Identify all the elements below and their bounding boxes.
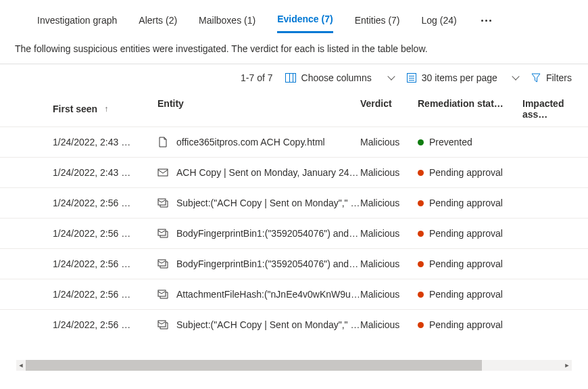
entity-text: Subject:("ACH Copy | Sent on Monday"," J… <box>176 198 360 208</box>
chevron-down-icon <box>512 76 519 80</box>
scroll-thumb[interactable] <box>26 360 482 371</box>
column-header-impacted[interactable]: Impacted ass… <box>522 98 588 120</box>
svg-rect-0 <box>158 169 168 176</box>
file-icon <box>157 137 168 147</box>
cell-remediation: Pending approval <box>418 198 522 208</box>
mail-icon <box>157 167 168 178</box>
cell-first-seen: 1/24/2022, 2:56 … <box>53 198 157 208</box>
tab-4[interactable]: Entities (7) <box>355 9 400 32</box>
status-dot-icon <box>418 231 424 237</box>
cell-entity: BodyFingerprintBin1:("3592054076") and S… <box>157 258 360 269</box>
remediation-text: Pending approval <box>429 198 503 208</box>
cell-verdict: Malicious <box>360 289 418 300</box>
page-description: The following suspicious entities were i… <box>0 34 588 64</box>
cell-remediation: Prevented <box>418 137 522 147</box>
table-row[interactable]: 1/24/2022, 2:56 …AttachmentFileHash:("nJ… <box>0 279 588 309</box>
remediation-text: Pending approval <box>429 228 503 239</box>
columns-icon <box>285 73 296 83</box>
cell-verdict: Malicious <box>360 258 418 269</box>
cell-first-seen: 1/24/2022, 2:56 … <box>53 289 157 300</box>
remediation-text: Pending approval <box>429 258 503 269</box>
filters-label: Filters <box>546 72 572 83</box>
cell-remediation: Pending approval <box>418 289 522 300</box>
cell-entity: Subject:("ACH Copy | Sent on Monday"," J… <box>157 198 360 208</box>
items-per-page-button[interactable]: 30 items per page <box>407 72 519 83</box>
tab-3[interactable]: Evidence (7) <box>277 8 333 33</box>
remediation-text: Pending approval <box>429 167 503 178</box>
cell-first-seen: 1/24/2022, 2:56 … <box>53 228 157 239</box>
items-per-page-label: 30 items per page <box>422 72 497 83</box>
tab-5[interactable]: Log (24) <box>422 9 457 32</box>
column-header-first-seen[interactable]: First seen ↑ <box>53 98 157 120</box>
more-tabs-icon[interactable] <box>479 14 494 27</box>
choose-columns-button[interactable]: Choose columns <box>285 72 395 83</box>
column-header-entity[interactable]: Entity <box>157 98 360 120</box>
cell-entity: BodyFingerprintBin1:("3592054076") and P… <box>157 228 360 239</box>
column-header-verdict[interactable]: Verdict <box>360 98 418 120</box>
tab-1[interactable]: Alerts (2) <box>139 9 177 32</box>
remediation-text: Prevented <box>429 137 472 147</box>
cell-remediation: Pending approval <box>418 228 522 239</box>
scroll-right-arrow[interactable]: ► <box>562 360 572 371</box>
cell-first-seen: 1/24/2022, 2:56 … <box>53 258 157 269</box>
status-dot-icon <box>418 322 424 328</box>
cluster-icon <box>157 258 168 269</box>
choose-columns-label: Choose columns <box>301 72 372 83</box>
cluster-icon <box>157 228 168 239</box>
tabs: Investigation graphAlerts (2)Mailboxes (… <box>0 0 588 34</box>
cluster-icon <box>157 319 168 330</box>
table-body: 1/24/2022, 2:43 …office365itpros.com ACH… <box>0 127 588 340</box>
cell-remediation: Pending approval <box>418 258 522 269</box>
cell-remediation: Pending approval <box>418 167 522 178</box>
list-icon <box>407 73 416 83</box>
cell-first-seen: 1/24/2022, 2:43 … <box>53 167 157 178</box>
remediation-text: Pending approval <box>429 319 503 330</box>
horizontal-scrollbar[interactable]: ◄ ► <box>16 360 572 371</box>
cell-remediation: Pending approval <box>418 319 522 330</box>
chevron-down-icon <box>388 76 395 80</box>
sort-ascending-icon: ↑ <box>104 104 108 114</box>
scroll-track[interactable] <box>26 360 562 371</box>
cell-first-seen: 1/24/2022, 2:56 … <box>53 319 157 330</box>
cell-first-seen: 1/24/2022, 2:43 … <box>53 137 157 147</box>
cell-verdict: Malicious <box>360 137 418 147</box>
status-dot-icon <box>418 200 424 206</box>
table-row[interactable]: 1/24/2022, 2:43 …ACH Copy | Sent on Mond… <box>0 157 588 187</box>
cell-entity: ACH Copy | Sent on Monday, January 24, 2… <box>157 167 360 178</box>
entity-text: office365itpros.com ACH Copy.html <box>176 137 360 147</box>
cell-verdict: Malicious <box>360 319 418 330</box>
table-header: First seen ↑ Entity Verdict Remediation … <box>0 91 588 127</box>
entity-text: ACH Copy | Sent on Monday, January 24, 2… <box>176 167 360 178</box>
filters-button[interactable]: Filters <box>531 72 572 83</box>
page-range: 1-7 of 7 <box>241 72 272 83</box>
cell-verdict: Malicious <box>360 198 418 208</box>
table-row[interactable]: 1/24/2022, 2:43 …office365itpros.com ACH… <box>0 127 588 157</box>
cell-entity: office365itpros.com ACH Copy.html <box>157 137 360 147</box>
toolbar: 1-7 of 7 Choose columns 30 items per pag… <box>0 64 588 91</box>
cluster-icon <box>157 198 168 208</box>
table-row[interactable]: 1/24/2022, 2:56 …Subject:("ACH Copy | Se… <box>0 187 588 218</box>
table-row[interactable]: 1/24/2022, 2:56 …Subject:("ACH Copy | Se… <box>0 309 588 340</box>
remediation-text: Pending approval <box>429 289 503 300</box>
status-dot-icon <box>418 261 424 267</box>
cell-verdict: Malicious <box>360 167 418 178</box>
entity-text: Subject:("ACH Copy | Sent on Monday"," J… <box>176 319 360 330</box>
filter-icon <box>531 73 541 83</box>
tab-2[interactable]: Mailboxes (1) <box>199 9 255 32</box>
scroll-left-arrow[interactable]: ◄ <box>16 360 26 371</box>
table-row[interactable]: 1/24/2022, 2:56 …BodyFingerprintBin1:("3… <box>0 248 588 279</box>
entity-text: BodyFingerprintBin1:("3592054076") and P… <box>176 228 360 239</box>
column-header-remediation[interactable]: Remediation stat… <box>418 98 522 120</box>
status-dot-icon <box>418 170 424 176</box>
status-dot-icon <box>418 139 424 145</box>
cell-entity: Subject:("ACH Copy | Sent on Monday"," J… <box>157 319 360 330</box>
cluster-icon <box>157 289 168 300</box>
table-row[interactable]: 1/24/2022, 2:56 …BodyFingerprintBin1:("3… <box>0 218 588 248</box>
cell-verdict: Malicious <box>360 228 418 239</box>
entity-text: AttachmentFileHash:("nJnEe4v0wKnW9uQr… <box>176 289 360 300</box>
status-dot-icon <box>418 292 424 298</box>
cell-entity: AttachmentFileHash:("nJnEe4v0wKnW9uQr… <box>157 289 360 300</box>
tab-0[interactable]: Investigation graph <box>37 9 117 32</box>
entity-text: BodyFingerprintBin1:("3592054076") and S… <box>176 258 360 269</box>
